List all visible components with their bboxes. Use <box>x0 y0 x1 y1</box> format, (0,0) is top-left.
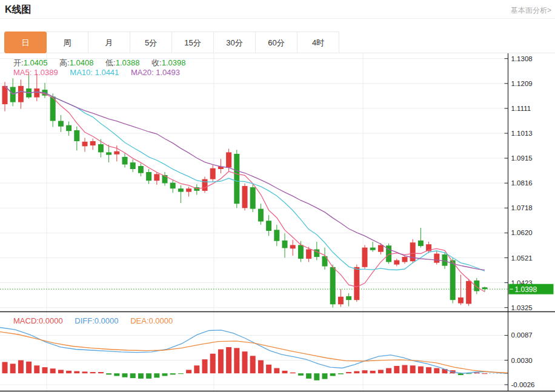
page-title: K线图 <box>5 4 32 16</box>
svg-text:1.0620: 1.0620 <box>511 229 533 236</box>
svg-text:0.0087: 0.0087 <box>511 331 533 339</box>
candlestick-series <box>2 71 488 307</box>
kline-page: 1.13081.12091.11111.10131.09151.08161.07… <box>0 0 555 392</box>
tab-week[interactable]: 周 <box>46 32 88 53</box>
tab-month[interactable]: 月 <box>88 32 130 53</box>
grid-lines <box>0 53 508 391</box>
panel-borders <box>0 53 555 391</box>
macd-legend: MACD:0.0000 DIFF:0.0000 DEA:0.0000 <box>13 316 182 325</box>
ma20-value: MA20: 1.0493 <box>131 68 180 77</box>
svg-text:1.1308: 1.1308 <box>511 55 533 62</box>
macd-value: MACD:0.0000 <box>13 316 63 325</box>
tab-15min[interactable]: 15分 <box>171 32 214 53</box>
ma-legend: MA5: 1.0389 MA10: 1.0441 MA20: 1.0493 <box>13 68 190 77</box>
svg-text:1.0915: 1.0915 <box>511 154 533 162</box>
svg-text:1.0398: 1.0398 <box>515 285 537 294</box>
tab-4hour[interactable]: 4时 <box>297 32 339 53</box>
macd-histogram <box>2 347 488 380</box>
svg-text:1.1111: 1.1111 <box>511 105 531 112</box>
fundamental-analysis-link[interactable]: 基本面分析> <box>511 5 551 16</box>
current-price-badge: 1.0398 <box>509 284 554 294</box>
low-value: 低:1.0388 <box>105 58 139 67</box>
price-axis: 1.13081.12091.11111.10131.09151.08161.07… <box>505 55 535 388</box>
tab-5min[interactable]: 5分 <box>130 32 172 53</box>
tab-60min[interactable]: 60分 <box>255 32 297 53</box>
ma10-value: MA10: 1.0441 <box>70 68 119 77</box>
svg-text:1.1013: 1.1013 <box>511 130 533 137</box>
tab-30min[interactable]: 30分 <box>213 32 256 53</box>
open-value: 开:1.0405 <box>13 58 47 67</box>
high-value: 高:1.0408 <box>59 58 93 67</box>
diff-value: DIFF:0.0000 <box>75 316 118 325</box>
svg-text:1.0325: 1.0325 <box>511 304 533 311</box>
svg-text:0.0030: 0.0030 <box>511 357 533 364</box>
svg-text:-0.0026: -0.0026 <box>511 381 535 388</box>
svg-text:1.0718: 1.0718 <box>511 204 533 211</box>
ma5-value: MA5: 1.0389 <box>13 68 58 77</box>
dea-value: DEA:0.0000 <box>130 316 173 325</box>
close-value: 收:1.0398 <box>151 58 185 67</box>
header: K线图 基本面分析> <box>0 0 555 19</box>
interval-tabs: 日 周 月 5分 15分 30分 60分 4时 <box>5 32 339 53</box>
ohlc-legend: 开:1.0405 高:1.0408 低:1.0388 收:1.0398 <box>13 58 195 68</box>
tab-day[interactable]: 日 <box>4 32 47 53</box>
svg-text:1.1209: 1.1209 <box>511 80 533 87</box>
svg-text:1.0521: 1.0521 <box>511 254 533 262</box>
svg-text:1.0816: 1.0816 <box>511 179 533 187</box>
